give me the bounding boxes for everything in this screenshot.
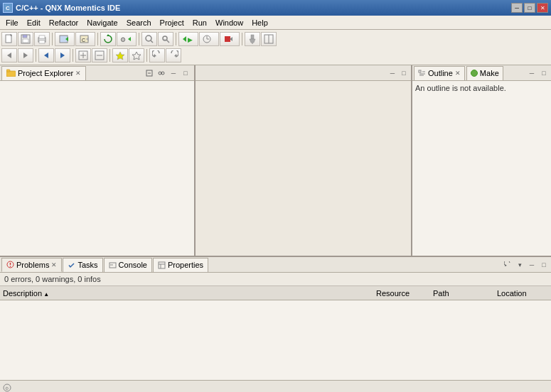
menu-item-edit[interactable]: Edit [23, 17, 45, 28]
title-bar-left: C C/C++ - QNX Momentics IDE [3, 3, 120, 13]
toolbar-row-1: C ⚙ ↔ ▶ [1, 31, 550, 47]
bottom-tab-icons: ▾ ─ □ [502, 259, 550, 271]
link-icon[interactable] [156, 67, 167, 79]
next-edit-button[interactable] [55, 48, 70, 62]
toolbar-sep-1 [52, 33, 53, 45]
pin-button[interactable] [245, 32, 260, 46]
bookmark-next-button[interactable] [129, 48, 144, 62]
console-tab[interactable]: Console [104, 258, 152, 272]
new-cpp-button[interactable]: C [75, 32, 95, 46]
properties-tab[interactable]: Properties [153, 258, 208, 272]
toolbar-sep-6 [36, 49, 36, 62]
menu-item-project[interactable]: Project [156, 17, 188, 28]
toolbar-sep-5 [242, 33, 242, 45]
search2-button[interactable] [141, 32, 157, 46]
new-button[interactable] [1, 32, 17, 46]
forward-button[interactable] [18, 48, 33, 62]
project-explorer-tab[interactable]: Project Explorer ✕ [1, 66, 86, 80]
replace-button[interactable]: ↔ [158, 32, 173, 46]
bottom-content: 0 errors, 0 warnings, 0 infos Descriptio… [0, 273, 551, 380]
down-icon[interactable]: ▾ [514, 259, 525, 271]
menu-item-navigate[interactable]: Navigate [82, 17, 122, 28]
problems-table: Description Resource Path Location [0, 286, 551, 380]
close-button[interactable]: ✕ [537, 3, 548, 13]
svg-rect-7 [39, 40, 45, 43]
svg-marker-44 [154, 54, 156, 57]
minimize-right-icon[interactable]: ─ [526, 67, 537, 79]
layout-button[interactable] [261, 32, 277, 46]
build-button[interactable]: ⚙ [117, 32, 137, 46]
minimize-editor-icon[interactable]: ─ [387, 67, 398, 79]
debug-button[interactable]: ▶ [178, 32, 198, 46]
outline-message: An outline is not available. [415, 84, 506, 92]
svg-rect-3 [23, 35, 27, 38]
maximize-button[interactable]: □ [524, 3, 535, 13]
problems-tab[interactable]: Problems ✕ [1, 258, 62, 272]
col-description-header[interactable]: Description [0, 289, 373, 298]
maximize-bottom-icon[interactable]: □ [538, 259, 550, 271]
svg-marker-33 [7, 53, 11, 58]
minimize-bottom-icon[interactable]: ─ [526, 259, 537, 271]
status-icon: ⚙ [3, 383, 11, 392]
menu-item-refactor[interactable]: Refactor [45, 17, 83, 28]
svg-text:▶: ▶ [188, 36, 193, 43]
svg-line-19 [166, 40, 169, 43]
make-tab[interactable]: Make [466, 66, 503, 80]
folder-icon [6, 69, 16, 78]
svg-text:⚙: ⚙ [5, 386, 9, 391]
tasks-tab[interactable]: Tasks [63, 258, 102, 272]
toolbar-sep-7 [73, 49, 73, 62]
outline-close-icon[interactable]: ✕ [455, 70, 461, 77]
make-circle-icon [471, 70, 478, 77]
run-last-button[interactable] [55, 32, 75, 46]
right-panel: Outline ✕ Make ─ □ An outline is not ava… [412, 65, 551, 256]
minimize-button[interactable]: ─ [511, 3, 523, 13]
console-tab-label: Console [119, 261, 147, 269]
col-resource-header[interactable]: Resource [373, 289, 430, 298]
refresh-button[interactable] [100, 32, 116, 46]
undo-button[interactable] [149, 48, 165, 62]
svg-point-16 [146, 36, 151, 41]
toolbar-sep-4 [176, 33, 176, 45]
project-explorer-close-icon[interactable]: ✕ [75, 70, 81, 77]
make-tab-label: Make [480, 69, 499, 77]
prev-edit-button[interactable] [38, 48, 54, 62]
title-controls: ─ □ ✕ [511, 3, 548, 13]
problems-close-icon[interactable]: ✕ [51, 261, 57, 268]
svg-text:C: C [82, 38, 85, 43]
bookmark-prev-button[interactable] [112, 48, 128, 62]
outline-tab[interactable]: Outline ✕ [414, 66, 465, 80]
svg-line-17 [151, 40, 153, 43]
maximize-panel-icon[interactable]: □ [180, 67, 191, 79]
minimize-panel-icon[interactable]: ─ [168, 67, 179, 79]
svg-point-59 [10, 266, 11, 267]
expand-all-button[interactable] [75, 48, 91, 62]
back-button[interactable] [1, 48, 17, 62]
menu-item-window[interactable]: Window [211, 17, 247, 28]
maximize-editor-icon[interactable]: □ [398, 67, 410, 79]
redo-button[interactable] [166, 48, 181, 62]
print-button[interactable] [34, 32, 50, 46]
menu-item-file[interactable]: File [1, 17, 23, 28]
terminate-button[interactable] [220, 32, 240, 46]
sync-icon[interactable] [502, 259, 513, 271]
svg-marker-29 [250, 39, 255, 43]
menu-item-search[interactable]: Search [122, 17, 156, 28]
collapse-all-button[interactable] [92, 48, 107, 62]
menu-item-help[interactable]: Help [247, 17, 272, 28]
svg-rect-47 [6, 70, 10, 72]
left-panel: Project Explorer ✕ ─ □ [0, 65, 196, 256]
collapse-icon[interactable] [144, 67, 155, 79]
project-explorer-tab-icons: ─ □ [144, 67, 193, 79]
svg-marker-21 [183, 36, 186, 42]
save-button[interactable] [18, 32, 33, 46]
outline-content: An outline is not available. [412, 81, 551, 256]
col-path-header[interactable]: Path [430, 289, 494, 298]
profile-button[interactable] [199, 32, 219, 46]
col-location-header[interactable]: Location [494, 289, 551, 298]
title-text: C/C++ - QNX Momentics IDE [16, 4, 120, 12]
maximize-right-icon[interactable]: □ [538, 67, 550, 79]
svg-rect-26 [225, 36, 230, 42]
menu-item-run[interactable]: Run [188, 17, 211, 28]
table-header: Description Resource Path Location [0, 286, 551, 300]
